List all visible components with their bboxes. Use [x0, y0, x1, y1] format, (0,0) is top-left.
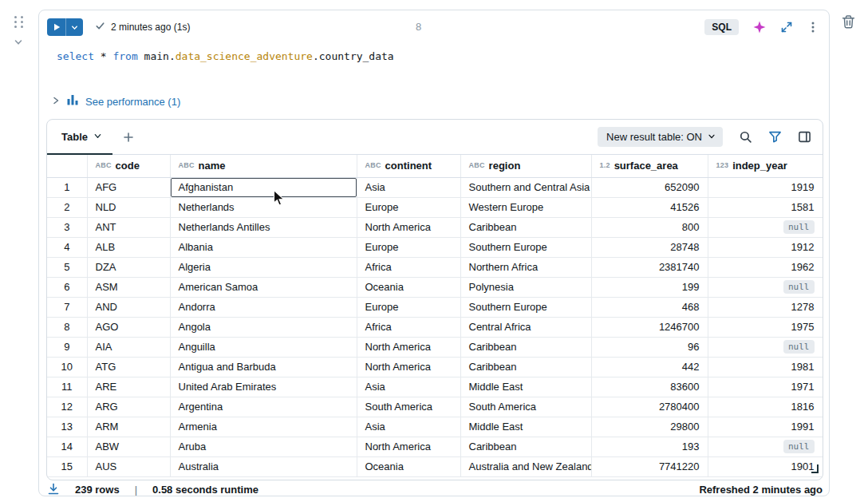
table-cell[interactable]: 1912 [708, 237, 823, 257]
table-cell[interactable]: Europe [357, 197, 460, 217]
table-cell[interactable]: Afghanistan [170, 177, 357, 197]
sql-code-line[interactable]: select * from main.data_science_adventur… [39, 38, 829, 62]
column-header-indep_year[interactable]: 123indep_year [708, 155, 823, 177]
table-cell[interactable]: 1975 [708, 317, 823, 337]
assistant-sparkle-icon[interactable] [752, 20, 767, 34]
row-number[interactable]: 12 [47, 397, 87, 417]
row-number[interactable]: 9 [47, 337, 87, 357]
table-cell[interactable]: ATG [87, 357, 170, 377]
table-cell[interactable]: Caribbean [460, 437, 591, 457]
see-performance-row[interactable]: See performance (1) [51, 94, 180, 109]
row-number[interactable]: 8 [47, 317, 87, 337]
table-cell[interactable]: Anguilla [170, 337, 357, 357]
table-cell[interactable]: 28748 [591, 237, 708, 257]
run-button[interactable] [47, 18, 83, 36]
table-cell[interactable]: 1901 [708, 457, 823, 476]
table-cell[interactable]: Caribbean [460, 337, 591, 357]
table-cell[interactable]: Netherlands [170, 197, 357, 217]
table-cell[interactable]: Polynesia [460, 277, 591, 297]
table-cell[interactable]: null [708, 277, 823, 297]
table-cell[interactable]: 1246700 [591, 317, 708, 337]
table-cell[interactable]: null [708, 217, 823, 237]
table-cell[interactable]: 96 [591, 337, 708, 357]
table-cell[interactable]: Antigua and Barbuda [170, 357, 357, 377]
table-cell[interactable]: DZA [87, 257, 170, 277]
table-cell[interactable]: Europe [357, 297, 460, 317]
language-badge[interactable]: SQL [704, 19, 739, 35]
row-number[interactable]: 11 [47, 377, 87, 397]
table-cell[interactable]: Central Africa [460, 317, 591, 337]
table-cell[interactable]: ARM [87, 417, 170, 437]
see-performance-link[interactable]: See performance (1) [85, 96, 180, 108]
table-cell[interactable]: 1981 [708, 357, 823, 377]
kebab-menu-icon[interactable] [807, 21, 819, 34]
new-result-table-dropdown[interactable]: New result table: ON [598, 127, 723, 147]
expand-fullscreen-icon[interactable] [780, 21, 793, 34]
table-cell[interactable]: 1991 [708, 417, 823, 437]
tab-table[interactable]: Table [47, 120, 112, 155]
column-header-region[interactable]: ABCregion [460, 155, 591, 177]
table-cell[interactable]: Africa [357, 257, 460, 277]
row-number[interactable]: 13 [47, 417, 87, 437]
table-cell[interactable]: 199 [591, 277, 708, 297]
table-cell[interactable]: North America [357, 217, 460, 237]
table-cell[interactable]: Middle East [460, 417, 591, 437]
row-number[interactable]: 2 [47, 197, 87, 217]
table-cell[interactable]: North America [357, 357, 460, 377]
panel-layout-icon[interactable] [798, 130, 811, 144]
row-number[interactable]: 15 [47, 457, 87, 476]
table-cell[interactable]: Netherlands Antilles [170, 217, 357, 237]
table-cell[interactable]: 7741220 [591, 457, 708, 476]
table-cell[interactable]: ARE [87, 377, 170, 397]
table-cell[interactable]: Caribbean [460, 217, 591, 237]
column-header-surface_area[interactable]: 1.2surface_area [591, 155, 708, 177]
table-cell[interactable]: AND [87, 297, 170, 317]
table-cell[interactable]: North America [357, 437, 460, 457]
table-cell[interactable]: 1962 [708, 257, 823, 277]
table-cell[interactable]: Southern Europe [460, 297, 591, 317]
table-cell[interactable]: 800 [591, 217, 708, 237]
table-cell[interactable]: Armenia [170, 417, 357, 437]
table-cell[interactable]: North America [357, 337, 460, 357]
table-cell[interactable]: 652090 [591, 177, 708, 197]
table-cell[interactable]: Caribbean [460, 357, 591, 377]
table-cell[interactable]: Algeria [170, 257, 357, 277]
table-cell[interactable]: Oceania [357, 277, 460, 297]
corner-header-cell[interactable] [47, 155, 87, 177]
row-number[interactable]: 4 [47, 237, 87, 257]
table-cell[interactable]: ANT [87, 217, 170, 237]
table-cell[interactable]: South America [357, 397, 460, 417]
table-cell[interactable]: American Samoa [170, 277, 357, 297]
table-cell[interactable]: 1581 [708, 197, 823, 217]
table-cell[interactable]: 442 [591, 357, 708, 377]
table-cell[interactable]: Oceania [357, 457, 460, 476]
chevron-down-icon[interactable] [93, 131, 102, 143]
row-number[interactable]: 5 [47, 257, 87, 277]
table-cell[interactable]: NLD [87, 197, 170, 217]
table-cell[interactable]: AGO [87, 317, 170, 337]
table-cell[interactable]: 1971 [708, 377, 823, 397]
table-cell[interactable]: 41526 [591, 197, 708, 217]
row-number[interactable]: 7 [47, 297, 87, 317]
table-cell[interactable]: 1919 [708, 177, 823, 197]
drag-handle-icon[interactable] [14, 15, 24, 29]
row-number[interactable]: 10 [47, 357, 87, 377]
column-header-code[interactable]: ABCcode [87, 155, 170, 177]
table-cell[interactable]: Australia and New Zealand [460, 457, 591, 476]
table-cell[interactable]: Asia [357, 177, 460, 197]
run-options-chevron-icon[interactable] [66, 24, 83, 31]
table-cell[interactable]: 193 [591, 437, 708, 457]
table-cell[interactable]: Europe [357, 237, 460, 257]
table-cell[interactable]: 83600 [591, 377, 708, 397]
filter-icon[interactable] [768, 130, 782, 144]
table-cell[interactable]: null [708, 337, 823, 357]
table-cell[interactable]: null [708, 437, 823, 457]
row-number[interactable]: 6 [47, 277, 87, 297]
play-icon[interactable] [47, 23, 65, 31]
table-cell[interactable]: ARG [87, 397, 170, 417]
table-cell[interactable]: Albania [170, 237, 357, 257]
table-cell[interactable]: 2381740 [591, 257, 708, 277]
table-cell[interactable]: Southern and Central Asia [460, 177, 591, 197]
table-cell[interactable]: South America [460, 397, 591, 417]
table-cell[interactable]: AIA [87, 337, 170, 357]
